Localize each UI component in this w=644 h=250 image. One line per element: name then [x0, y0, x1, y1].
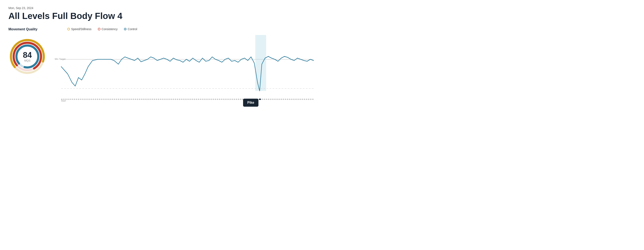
- line-chart-svg: [55, 35, 314, 98]
- start-label: Start: [61, 99, 66, 102]
- speed-legend-label: Speed/Stillness: [71, 27, 92, 31]
- control-legend-label: Control: [128, 27, 137, 31]
- date-label: Mon, Sep 23, 2024: [8, 6, 314, 10]
- consistency-legend-dot: [98, 28, 100, 30]
- legend-item-consistency: Consistency: [98, 27, 118, 31]
- timeline-row: (function() { var container = document.c…: [61, 99, 314, 100]
- movement-quality-label: Movement Quality: [8, 27, 38, 31]
- legend-item-control: Control: [124, 27, 137, 31]
- consistency-legend-label: Consistency: [102, 27, 118, 31]
- page-container: Mon, Sep 23, 2024 All Levels Full Body F…: [8, 6, 314, 107]
- speed-legend-dot: [67, 28, 70, 30]
- gauge-center: 84 MQS: [23, 51, 32, 62]
- control-legend-dot: [124, 28, 126, 30]
- legend-item-speed: Speed/Stillness: [67, 27, 92, 31]
- gauge-unit: MQS: [23, 59, 32, 62]
- tooltip-box: Pike: [243, 99, 258, 107]
- page-title: All Levels Full Body Flow 4: [8, 11, 314, 21]
- left-panel: Movement Quality 84 MQS: [8, 27, 55, 75]
- gauge-value: 84: [23, 51, 32, 59]
- min-target-label: Min Target: [55, 58, 66, 60]
- highlight-band: [255, 35, 266, 91]
- gauge-container: 84 MQS: [8, 38, 46, 75]
- chart-section: Movement Quality 84 MQS: [8, 27, 314, 107]
- legend: Speed/Stillness Consistency Control: [55, 27, 314, 31]
- tooltip-label: Pike: [247, 101, 254, 104]
- chart-area: Speed/Stillness Consistency Control Min …: [55, 27, 314, 107]
- chart-wrapper: Min Target (function() {: [55, 35, 314, 107]
